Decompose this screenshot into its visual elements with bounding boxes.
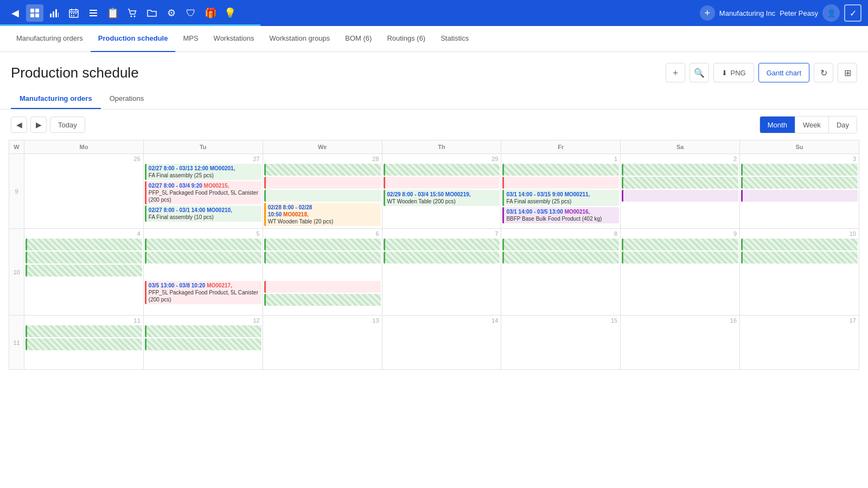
event-mo00211-w10-mo[interactable] xyxy=(25,265,142,277)
day-mon-4[interactable]: 4 xyxy=(24,229,144,316)
event-mo00215-fri[interactable] xyxy=(502,177,619,189)
refresh-button[interactable]: ↻ xyxy=(814,63,833,82)
day-tue-5[interactable]: 5 03/5 13:00 - 03/8 10:20 MO00217, PFP_5… xyxy=(143,229,263,316)
event-mo00216-sat[interactable] xyxy=(622,190,738,202)
event-mo00201-w10-mo[interactable] xyxy=(25,239,142,251)
month-view-button[interactable]: Month xyxy=(760,117,795,133)
secnav-workstation-groups[interactable]: Workstation groups xyxy=(262,26,338,52)
event-mo00211-w10-sa[interactable] xyxy=(622,252,738,264)
event-mo00201-w11-mo[interactable] xyxy=(25,325,142,337)
day-thu-14[interactable]: 14 xyxy=(382,316,501,370)
event-mo00211-w10-th[interactable] xyxy=(384,252,500,264)
day-fri-1[interactable]: 1 03/1 14:00 - 03/15 9:00 MO00211, FA Fi… xyxy=(501,154,621,229)
chart-icon[interactable] xyxy=(46,4,63,22)
event-mo00211-w10-we[interactable] xyxy=(264,252,381,264)
export-png-button[interactable]: ⬇ PNG xyxy=(713,63,754,82)
event-mo00201-sat[interactable] xyxy=(622,164,738,176)
event-mo00211-sun[interactable] xyxy=(741,177,858,189)
secnav-routings[interactable]: Routings (6) xyxy=(379,26,433,52)
secnav-workstations[interactable]: Workstations xyxy=(206,26,262,52)
prev-button[interactable]: ◀ xyxy=(11,117,27,133)
event-mo00215-wed[interactable] xyxy=(264,177,381,189)
day-sat-9[interactable]: 9 xyxy=(621,229,740,316)
event-extra-w10-we[interactable] xyxy=(264,294,381,306)
event-mo00201-w10-su[interactable] xyxy=(741,239,858,251)
secnav-bom[interactable]: BOM (6) xyxy=(337,26,379,52)
event-mo00211-w10-su[interactable] xyxy=(741,252,858,264)
event-mo00211-w11-mo[interactable] xyxy=(25,338,142,350)
day-sun-17[interactable]: 17 xyxy=(740,316,859,370)
event-mo00201-w10-tu[interactable] xyxy=(145,239,261,251)
event-mo00215[interactable]: 02/27 8:00 - 03/4 9:20 MO00215, PFP_5L P… xyxy=(145,181,261,204)
event-mo00211-w10-fr[interactable] xyxy=(502,252,619,264)
gift-icon[interactable]: 🎁 xyxy=(202,4,219,22)
check-icon[interactable]: ✓ xyxy=(844,4,861,22)
event-mo00201[interactable]: 02/27 8:00 - 03/13 12:00 MO00201, FA Fin… xyxy=(145,164,261,180)
avatar[interactable]: 👤 xyxy=(822,4,840,22)
event-mo00201-fri[interactable] xyxy=(502,164,619,176)
list-icon[interactable] xyxy=(85,4,102,22)
event-mo00201-thu[interactable] xyxy=(384,164,500,176)
day-mon-11[interactable]: 11 xyxy=(24,316,144,370)
add-record-button[interactable]: ＋ xyxy=(666,63,685,82)
tab-operations[interactable]: Operations xyxy=(101,89,153,109)
event-mo00215-thu[interactable] xyxy=(384,177,500,189)
event-mo00201-w10-th[interactable] xyxy=(384,239,500,251)
day-sun-10[interactable]: 10 xyxy=(740,229,859,316)
event-mo00218[interactable]: 02/28 8:00 - 02/28 10:50 MO00218, WT Woo… xyxy=(264,203,381,226)
gantt-chart-button[interactable]: Gantt chart xyxy=(758,63,809,82)
today-button[interactable]: Today xyxy=(50,117,85,133)
event-mo00216[interactable]: 03/1 14:00 - 03/5 13:00 MO00216, BBFP Ba… xyxy=(502,207,619,223)
home-icon[interactable] xyxy=(26,4,43,22)
gear-icon[interactable]: ⚙ xyxy=(163,4,180,22)
event-mo00210[interactable]: 02/27 8:00 - 03/1 14:00 MO00210, FA Fina… xyxy=(145,206,261,222)
day-tue-27[interactable]: 27 02/27 8:00 - 03/13 12:00 MO00201, FA … xyxy=(143,154,263,229)
next-button[interactable]: ▶ xyxy=(30,117,47,133)
event-mo00201-w11-tu[interactable] xyxy=(145,325,261,337)
day-fri-15[interactable]: 15 xyxy=(501,316,621,370)
day-tue-12[interactable]: 12 xyxy=(143,316,263,370)
event-mo00219-w10-mo[interactable] xyxy=(25,252,142,264)
event-mo00211-sat[interactable] xyxy=(622,177,738,189)
grid-view-button[interactable]: ⊞ xyxy=(838,63,857,82)
event-mo00201-w10-sa[interactable] xyxy=(622,239,738,251)
event-mo00217[interactable]: 03/5 13:00 - 03/8 10:20 MO00217, PFP_5L … xyxy=(145,281,261,304)
secnav-manufacturing-orders[interactable]: Manufacturing orders xyxy=(9,26,91,52)
calendar-icon[interactable] xyxy=(65,4,82,22)
day-view-button[interactable]: Day xyxy=(828,117,857,133)
day-sun-3[interactable]: 3 xyxy=(740,154,859,229)
event-mo00201-sun[interactable] xyxy=(741,164,858,176)
day-wed-28[interactable]: 28 02/28 8:00 - 02/28 10:50 MO00218, WT … xyxy=(263,154,382,229)
event-mo00211-w11-tu[interactable] xyxy=(145,338,261,350)
event-mo00210-wed[interactable] xyxy=(264,190,381,202)
day-sat-16[interactable]: 16 xyxy=(621,316,740,370)
day-wed-13[interactable]: 13 xyxy=(263,316,382,370)
day-thu-7[interactable]: 7 xyxy=(382,229,501,316)
bulb-icon[interactable]: 💡 xyxy=(221,4,239,22)
event-mo00217-wed[interactable] xyxy=(264,281,381,293)
secnav-mps[interactable]: MPS xyxy=(175,26,206,52)
folder-icon[interactable] xyxy=(143,4,161,22)
event-mo00211[interactable]: 03/1 14:00 - 03/15 9:00 MO00211, FA Fina… xyxy=(502,190,619,206)
event-mo00201-w10-we[interactable] xyxy=(264,239,381,251)
add-button[interactable]: + xyxy=(700,5,715,21)
day-wed-6[interactable]: 6 xyxy=(263,229,382,316)
secnav-statistics[interactable]: Statistics xyxy=(433,26,476,52)
search-button[interactable]: 🔍 xyxy=(690,63,709,82)
day-mon-26[interactable]: 26 xyxy=(24,154,144,229)
back-icon[interactable]: ◀ xyxy=(7,4,24,22)
week-view-button[interactable]: Week xyxy=(795,117,828,133)
event-mo00201-w10-fr[interactable] xyxy=(502,239,619,251)
day-fri-8[interactable]: 8 xyxy=(501,229,621,316)
event-mo00216-sun[interactable] xyxy=(741,190,858,202)
secnav-production-schedule[interactable]: Production schedule xyxy=(91,26,176,52)
shield-icon[interactable]: 🛡 xyxy=(182,4,200,22)
cart-icon[interactable] xyxy=(124,4,141,22)
event-mo00219[interactable]: 02/29 8:00 - 03/4 15:50 MO00219, WT Wood… xyxy=(384,190,500,206)
day-sat-2[interactable]: 2 xyxy=(621,154,740,229)
book-icon[interactable]: 📋 xyxy=(104,4,122,22)
day-thu-29[interactable]: 29 02/29 8:00 - 03/4 15:50 MO00219, WT W… xyxy=(382,154,501,229)
tab-manufacturing-orders[interactable]: Manufacturing orders xyxy=(11,89,101,109)
event-mo00201-cont[interactable] xyxy=(264,164,381,176)
event-mo00211-w10-tu[interactable] xyxy=(145,252,261,264)
